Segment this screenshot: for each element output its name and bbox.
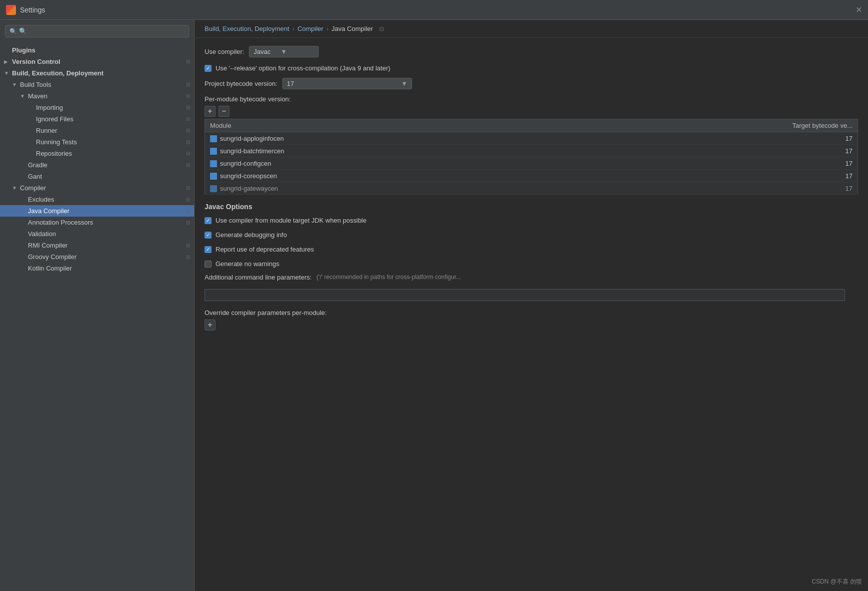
sidebar-item-version-control[interactable]: Version Control⊟ bbox=[0, 56, 194, 67]
override-params-label: Override compiler parameters per-module: bbox=[205, 309, 853, 316]
per-module-label: Per-module bytecode version: bbox=[205, 95, 853, 103]
bytecode-chevron: ▼ bbox=[401, 80, 408, 87]
additional-params-label: Additional command line parameters: bbox=[205, 274, 312, 281]
add-override-button[interactable]: + bbox=[205, 319, 216, 330]
search-input[interactable] bbox=[19, 27, 185, 35]
sidebar-item-kotlin-compiler[interactable]: Kotlin Compiler bbox=[0, 263, 194, 274]
sidebar-item-compiler[interactable]: Compiler⊟ bbox=[0, 182, 194, 194]
module-cell: sungrid-apploginfocen bbox=[205, 132, 561, 145]
sidebar-item-label: Validation bbox=[28, 230, 56, 238]
project-bytecode-value: 17 bbox=[287, 80, 294, 87]
sidebar-item-ignored-files[interactable]: Ignored Files⊟ bbox=[0, 113, 194, 125]
module-folder-icon bbox=[210, 173, 217, 180]
pin-icon: ⊟ bbox=[186, 185, 190, 191]
table-row[interactable]: sungrid-batchtimercen17 bbox=[205, 145, 858, 157]
sidebar-item-maven[interactable]: Maven⊟ bbox=[0, 90, 194, 102]
use-compiler-module-checkbox[interactable] bbox=[205, 217, 212, 224]
report-deprecated-checkbox[interactable] bbox=[205, 246, 212, 253]
table-row[interactable]: sungrid-configcen17 bbox=[205, 157, 858, 170]
generate-debugging-info-label: Generate debugging info bbox=[216, 231, 287, 239]
module-name: sungrid-coreopscen bbox=[220, 172, 277, 180]
bytecode-cell: 17 bbox=[561, 157, 858, 170]
module-folder-icon bbox=[210, 148, 217, 155]
use-compiler-arrow: ▼ bbox=[280, 48, 287, 55]
search-box[interactable]: 🔍 bbox=[5, 25, 189, 37]
module-folder-icon bbox=[210, 185, 217, 192]
javac-option-report-deprecated: Report use of deprecated features bbox=[205, 245, 858, 254]
additional-params-hint: ('/' recommended in paths for cross-plat… bbox=[317, 274, 461, 281]
sidebar-tree: PluginsVersion Control⊟Build, Execution,… bbox=[0, 42, 194, 591]
project-bytecode-row: Project bytecode version: 17 ▼ bbox=[205, 78, 858, 89]
sidebar-item-importing[interactable]: Importing⊟ bbox=[0, 102, 194, 113]
sidebar-item-label: Gant bbox=[28, 173, 42, 180]
report-deprecated-label: Report use of deprecated features bbox=[216, 246, 314, 253]
module-name: sungrid-apploginfocen bbox=[220, 135, 284, 142]
additional-params-input[interactable] bbox=[205, 289, 845, 301]
breadcrumb-item-2[interactable]: Compiler bbox=[297, 25, 323, 32]
sidebar-item-runner[interactable]: Runner⊟ bbox=[0, 125, 194, 136]
generate-no-warnings-label: Generate no warnings bbox=[216, 260, 279, 268]
module-table: Module Target bytecode ve... sungrid-app… bbox=[205, 119, 858, 195]
breadcrumb-item-1[interactable]: Build, Execution, Deployment bbox=[205, 25, 289, 32]
use-compiler-row: Use compiler: Javac ▼ bbox=[205, 46, 858, 57]
pin-icon: ⊟ bbox=[186, 139, 190, 145]
pin-icon: ⊟ bbox=[186, 128, 190, 133]
close-button[interactable]: ✕ bbox=[856, 5, 862, 14]
module-folder-icon bbox=[210, 135, 217, 142]
project-bytecode-select[interactable]: 17 ▼ bbox=[282, 78, 412, 89]
table-row[interactable]: sungrid-apploginfocen17 bbox=[205, 132, 858, 145]
sidebar-item-label: Build, Execution, Deployment bbox=[12, 69, 103, 77]
per-module-section: Per-module bytecode version: + − Module … bbox=[205, 95, 858, 195]
remove-module-button[interactable]: − bbox=[218, 106, 229, 117]
use-release-checkbox[interactable] bbox=[205, 65, 212, 72]
sidebar-item-label: Running Tests bbox=[36, 138, 77, 146]
use-release-label: Use '--release' option for cross-compila… bbox=[216, 64, 390, 72]
pin-icon: ⊟ bbox=[186, 208, 190, 214]
sidebar-item-label: Annotation Processors bbox=[28, 219, 93, 226]
module-cell: sungrid-gatewaycen bbox=[205, 182, 561, 195]
breadcrumb-sep-2: › bbox=[326, 25, 328, 32]
sidebar-item-gant[interactable]: Gant bbox=[0, 171, 194, 182]
add-module-button[interactable]: + bbox=[205, 106, 216, 117]
sidebar-item-build-exec-deploy[interactable]: Build, Execution, Deployment bbox=[0, 67, 194, 79]
search-icon: 🔍 bbox=[9, 28, 17, 35]
javac-option-use-compiler-module: Use compiler from module target JDK when… bbox=[205, 216, 858, 225]
breadcrumb: Build, Execution, Deployment › Compiler … bbox=[195, 20, 868, 38]
sidebar-item-plugins[interactable]: Plugins bbox=[0, 44, 194, 56]
sidebar-item-running-tests[interactable]: Running Tests⊟ bbox=[0, 136, 194, 148]
sidebar-item-label: Version Control bbox=[12, 58, 60, 65]
pin-icon: ⊟ bbox=[186, 116, 190, 122]
module-name: sungrid-batchtimercen bbox=[220, 147, 284, 155]
use-compiler-select[interactable]: Javac ▼ bbox=[249, 46, 319, 57]
module-name: sungrid-gatewaycen bbox=[220, 185, 278, 192]
sidebar-item-groovy-compiler[interactable]: Groovy Compiler⊟ bbox=[0, 251, 194, 263]
sidebar-item-java-compiler[interactable]: Java Compiler⊟ bbox=[0, 205, 194, 217]
generate-no-warnings-checkbox[interactable] bbox=[205, 261, 212, 268]
table-row[interactable]: sungrid-gatewaycen17 bbox=[205, 182, 858, 195]
breadcrumb-sep-1: › bbox=[292, 25, 294, 32]
additional-params-row: Additional command line parameters: ('/'… bbox=[205, 274, 858, 281]
bytecode-cell: 17 bbox=[561, 182, 858, 195]
sidebar-item-annotation-processors[interactable]: Annotation Processors⊟ bbox=[0, 217, 194, 228]
watermark: CSDN @不喜 勿喷 bbox=[812, 578, 862, 586]
sidebar-item-validation[interactable]: Validation bbox=[0, 228, 194, 240]
generate-debugging-info-checkbox[interactable] bbox=[205, 232, 212, 239]
sidebar-item-rmi-compiler[interactable]: RMI Compiler⊟ bbox=[0, 240, 194, 251]
table-row[interactable]: sungrid-coreopscen17 bbox=[205, 170, 858, 182]
sidebar-item-gradle[interactable]: Gradle⊟ bbox=[0, 159, 194, 171]
sidebar-item-build-tools[interactable]: Build Tools⊟ bbox=[0, 79, 194, 90]
sidebar-item-excludes[interactable]: Excludes⊟ bbox=[0, 194, 194, 205]
arrow-icon bbox=[20, 93, 26, 99]
sidebar-item-repositories[interactable]: Repositories⊟ bbox=[0, 148, 194, 159]
breadcrumb-current: Java Compiler bbox=[332, 25, 373, 32]
sidebar-item-label: Excludes bbox=[28, 196, 54, 203]
sidebar-item-label: Plugins bbox=[12, 46, 35, 54]
use-compiler-module-label: Use compiler from module target JDK when… bbox=[216, 217, 367, 224]
sidebar-item-label: Repositories bbox=[36, 150, 72, 157]
pin-icon: ⊟ bbox=[186, 105, 190, 110]
app-icon bbox=[6, 5, 16, 15]
project-bytecode-label: Project bytecode version: bbox=[205, 80, 277, 87]
pin-icon: ⊟ bbox=[186, 93, 190, 99]
pin-icon: ⊟ bbox=[186, 220, 190, 225]
module-folder-icon bbox=[210, 160, 217, 167]
